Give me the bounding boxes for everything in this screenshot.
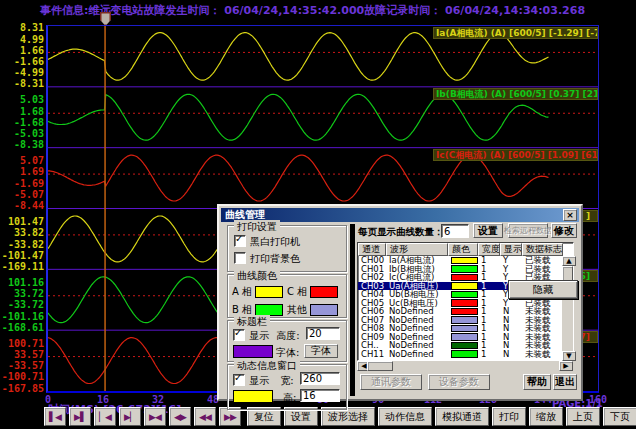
vcr-button-2-icon[interactable]: ▶▌ (69, 407, 91, 426)
col-header-1[interactable]: 通道 (358, 243, 386, 256)
curve-color-title: 曲线颜色 (234, 269, 280, 283)
device-params-button[interactable]: 设备参数 (428, 374, 490, 390)
scroll-up-icon[interactable]: ▲ (562, 256, 576, 266)
set-button[interactable]: 设置 (473, 223, 503, 238)
bw-printer-checkbox[interactable]: 黑白打印机 (234, 235, 300, 249)
y-label-CH05: 100.71 (0, 338, 44, 349)
event-info-text: 事件信息:维远变电站故障发生时间： 06/04/24,14:35:42.000故… (40, 3, 585, 18)
table-row-CH11[interactable]: CH11NoDefined1N未装载 (358, 350, 573, 359)
show-checkbox[interactable] (233, 374, 245, 386)
y-label-CH01: 1.68 (0, 106, 44, 117)
h-scrollbar[interactable]: ◀ ▶ (357, 361, 573, 371)
table-row-CH00[interactable]: CH00Ia(A相电流)1Y已装载 (358, 256, 573, 265)
modify-button[interactable]: 修改 (551, 223, 577, 238)
col-header-6[interactable]: 数据标志 (522, 243, 563, 256)
toolbar-button-5[interactable]: 模拟通道 (435, 407, 489, 426)
per-page-input[interactable] (441, 224, 469, 238)
col-header-5[interactable]: 显示 (500, 243, 522, 256)
close-icon[interactable]: × (563, 209, 577, 221)
print-settings-group: 打印设置 黑白打印机 打印背景色 (227, 225, 347, 272)
toolbar-button-8[interactable]: 上页 (566, 407, 600, 426)
titlebar-color-swatch[interactable] (233, 345, 273, 358)
dialog-title: 曲线管理 (225, 209, 265, 220)
curve-manager-dialog: 曲线管理 × 打印设置 黑白打印机 打印背景色 曲线颜色 A 相C 相B 相其他… (217, 204, 583, 401)
table-row-CH08[interactable]: CH08NoDefined1N未装载 (358, 324, 573, 333)
table-cell (448, 299, 478, 308)
channel-table[interactable]: 通道波形颜色宽度显示数据标志 CH00Ia(A相电流)1Y已装载CH01Ib(B… (357, 242, 574, 361)
table-row-CH01[interactable]: CH01Ib(B相电流)1Y已装载 (358, 265, 573, 274)
phase-label: B 相 (232, 304, 252, 315)
y-label-CH02: -1.69 (0, 178, 44, 189)
phase-color-swatch[interactable] (310, 286, 338, 298)
table-cell: 1 (478, 273, 500, 282)
phase-color-swatch[interactable] (255, 286, 283, 298)
v-scrollbar[interactable]: ▲ ▼ (562, 256, 573, 361)
scroll-right-icon[interactable]: ▶ (559, 361, 573, 371)
vcr-button-1-icon[interactable]: ▌◀ (44, 407, 66, 426)
table-cell: NoDefined (386, 341, 448, 350)
table-cell: 1 (478, 265, 500, 274)
phase-color-swatch[interactable] (310, 304, 338, 316)
vcr-button-3-icon[interactable]: ▏◀ (94, 407, 116, 426)
col-header-3[interactable]: 颜色 (448, 243, 478, 256)
exit-button[interactable]: 退出 (553, 374, 577, 390)
table-cell (448, 265, 478, 274)
scroll-down-icon[interactable]: ▼ (562, 351, 576, 361)
y-label-CH00: -1.66 (0, 56, 44, 67)
font-button[interactable]: 字体 (304, 344, 338, 358)
print-bg-checkbox[interactable]: 打印背景色 (234, 252, 300, 266)
table-row-CH..[interactable]: CH..NoDefined1N未装载 (358, 341, 573, 350)
channel-table-body[interactable]: CH00Ia(A相电流)1Y已装载CH01Ib(B相电流)1Y已装载CH02Ic… (358, 256, 573, 358)
vcr-button-7-icon[interactable]: ◀◀ (194, 407, 216, 426)
channel-table-header[interactable]: 通道波形颜色宽度显示数据标志 (358, 243, 573, 256)
toolbar-button-7[interactable]: 缩放 (529, 407, 563, 426)
table-cell: 1 (478, 282, 500, 291)
table-cell: NoDefined (386, 333, 448, 342)
col-header-4[interactable]: 宽度 (478, 243, 500, 256)
y-label-CH02: -8.44 (0, 200, 44, 211)
table-row-CH07[interactable]: CH07NoDefined1N未装载 (358, 316, 573, 325)
table-cell: 1 (478, 307, 500, 316)
per-page-label: 每页显示曲线数量： (358, 226, 444, 239)
table-cell: 1 (478, 341, 500, 350)
h-scroll-thumb[interactable] (367, 361, 393, 371)
info-show-row: 显示 宽: (233, 374, 294, 388)
table-row-CH05[interactable]: CH05Uc(B相电压)1Y已装载 (358, 299, 573, 308)
table-cell (448, 256, 478, 265)
y-label-CH03: -33.82 (0, 239, 44, 250)
info-height-input[interactable] (300, 389, 340, 402)
y-label-CH01: -8.38 (0, 139, 44, 150)
info-width-input[interactable] (300, 372, 340, 385)
show-checkbox[interactable] (233, 329, 245, 341)
menu-item-hide[interactable]: 隐藏 (533, 283, 553, 297)
help-button[interactable]: 帮助 (523, 374, 551, 390)
table-cell: N (500, 307, 522, 316)
table-cell (448, 324, 478, 333)
vcr-button-5-icon[interactable]: ▶◀ (144, 407, 166, 426)
table-cell: 未装载 (522, 307, 563, 316)
curve-color-group: 曲线颜色 A 相C 相B 相其他 (227, 274, 347, 318)
row-color-swatch (451, 316, 478, 324)
comm-params-button[interactable]: 通讯参数 (360, 374, 422, 390)
titlebar-height-input[interactable] (306, 327, 340, 340)
retrieve-remote-button[interactable]: 检索远程数据 (508, 223, 548, 238)
toolbar-button-6[interactable]: 打印 (492, 407, 526, 426)
vcr-button-4-icon[interactable]: ▶▏ (119, 407, 141, 426)
cursor-pin-marker[interactable] (100, 12, 111, 26)
toolbar-button-9[interactable]: 下页 (603, 407, 636, 426)
vcr-button-6-icon[interactable]: ◀▶ (169, 407, 191, 426)
table-row-CH06[interactable]: CH06NoDefined1N未装载 (358, 307, 573, 316)
info-color-swatch[interactable] (233, 390, 273, 403)
checkbox-icon[interactable] (234, 252, 246, 264)
table-row-CH09[interactable]: CH09NoDefined1N未装载 (358, 333, 573, 342)
table-cell: CH04 (358, 290, 386, 299)
toolbar-button-4[interactable]: 动作信息 (378, 407, 432, 426)
table-cell: Ua(A相电压) (386, 282, 448, 291)
checkbox-icon[interactable] (234, 235, 246, 247)
y-label-CH00: -8.31 (0, 78, 44, 89)
info-height-label: 高: (283, 391, 296, 405)
table-cell: Ia(A相电流) (386, 256, 448, 265)
col-header-2[interactable]: 波形 (386, 243, 448, 256)
table-cell: NoDefined (386, 324, 448, 333)
panel-splitter[interactable] (350, 224, 355, 396)
